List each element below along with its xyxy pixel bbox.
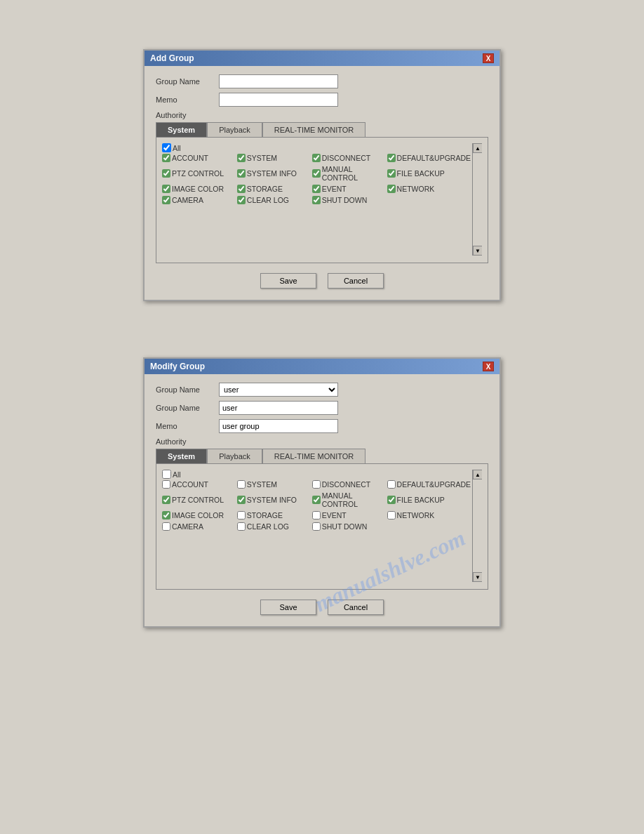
dialog2-disconnect-checkbox[interactable] [312,480,321,489]
dialog1-clearlog-checkbox[interactable] [237,196,246,204]
dialog1-storage-checkbox[interactable] [237,185,246,193]
dialog1-imagecolor-item: IMAGE COLOR [162,185,237,193]
dialog1-network-item: NETWORK [387,185,471,193]
dialog2-checkbox-grid: ACCOUNT SYSTEM DISCONNECT DEFAULT&UPGRAD… [162,480,482,531]
dialog1-manualcontrol-item: MANUAL CONTROL [312,165,387,182]
dialog2-tab-playback[interactable]: Playback [207,449,262,463]
dialog2-scroll-down[interactable]: ▼ [473,572,482,582]
dialog2-manualcontrol-label: MANUAL CONTROL [322,491,387,508]
dialog2-clearlog-checkbox[interactable] [237,522,246,531]
dialog1-storage-label: STORAGE [247,185,283,193]
dialog1-body: Group Name Memo Authority System Playbac… [145,66,499,300]
dialog1-scroll-area: All ACCOUNT SYSTEM [162,143,482,256]
dialog1-close-button[interactable]: X [483,53,494,63]
dialog1-systeminfo-checkbox[interactable] [237,169,246,178]
dialog1-camera-checkbox[interactable] [162,196,170,204]
dialog2-account-checkbox[interactable] [162,480,170,489]
dialog1-group-name-input[interactable] [219,74,338,88]
dialog2-manualcontrol-item: MANUAL CONTROL [312,491,387,508]
dialog2-shutdown-label: SHUT DOWN [322,522,368,531]
dialog2-filebackup-checkbox[interactable] [387,496,396,504]
dialog2-manualcontrol-checkbox[interactable] [312,496,321,504]
dialog1-manualcontrol-checkbox[interactable] [312,169,321,178]
dialog2-disconnect-item: DISCONNECT [312,480,387,489]
dialog1-scrollbar[interactable]: ▲ ▼ [472,143,482,256]
dialog1-system-item: SYSTEM [237,154,312,162]
dialog1-filebackup-item: FILE BACKUP [387,165,471,182]
dialog1-ptzcontrol-checkbox[interactable] [162,169,170,178]
dialog1-imagecolor-label: IMAGE COLOR [172,185,224,193]
dialog2-imagecolor-label: IMAGE COLOR [172,511,224,519]
dialog1-memo-row: Memo [156,93,488,107]
dialog2-group-name-input[interactable] [219,401,338,415]
dialog2-network-checkbox[interactable] [387,511,396,519]
dialog2-camera-label: CAMERA [172,522,203,531]
dialog1-account-label: ACCOUNT [172,154,208,162]
dialog1-tab-system[interactable]: System [156,122,207,137]
dialog1-shutdown-checkbox[interactable] [312,196,321,204]
dialog2-memo-label: Memo [156,422,219,430]
dialog2-camera-checkbox[interactable] [162,522,170,531]
dialog2-network-label: NETWORK [397,511,435,519]
dialog1-clearlog-label: CLEAR LOG [247,196,289,204]
dialog1-event-checkbox[interactable] [312,185,321,193]
dialog1-imagecolor-checkbox[interactable] [162,185,170,193]
dialog2-ptzcontrol-label: PTZ CONTROL [172,496,224,504]
dialog2-close-button[interactable]: X [483,362,494,371]
dialog1-ptzcontrol-item: PTZ CONTROL [162,165,237,182]
dialog2-defaultupgrade-label: DEFAULT&UPGRADE [397,480,471,489]
dialog1-cancel-button[interactable]: Cancel [328,273,384,289]
dialog2-tab-realtime[interactable]: REAL-TIME MONITOR [262,449,365,463]
dialog1-defaultupgrade-checkbox[interactable] [387,154,396,162]
dialog2-event-checkbox[interactable] [312,511,321,519]
dialog2-shutdown-checkbox[interactable] [312,522,321,531]
dialog2-clearlog-label: CLEAR LOG [247,522,289,531]
dialog1-system-checkbox[interactable] [237,154,246,162]
dialog2-memo-input[interactable] [219,419,338,433]
dialog2-filebackup-item: FILE BACKUP [387,491,471,508]
dialog1-scroll-down[interactable]: ▼ [473,246,482,256]
dialog2-imagecolor-item: IMAGE COLOR [162,511,237,519]
dialog1-all-label: All [173,144,181,152]
dialog2-scrollbar[interactable]: ▲ ▼ [472,470,482,582]
dialog2-group-name-select[interactable]: user [219,383,338,397]
dialog1-account-checkbox[interactable] [162,154,170,162]
dialog1-defaultupgrade-item: DEFAULT&UPGRADE [387,154,471,162]
dialog1-all-row: All [162,143,482,152]
dialog2-clearlog-item: CLEAR LOG [237,522,312,531]
dialog2-systeminfo-label: SYSTEM INFO [247,496,297,504]
dialog1-tabs: System Playback REAL-TIME MONITOR [156,122,488,137]
dialog2-all-row: All [162,470,482,479]
dialog1-tab-realtime[interactable]: REAL-TIME MONITOR [262,122,365,137]
dialog2-event-label: EVENT [322,511,347,519]
dialog1-event-item: EVENT [312,185,387,193]
dialog2-system-checkbox[interactable] [237,480,246,489]
dialog2-body: Group Name user Group Name Memo Authorit… [145,374,499,626]
dialog2-memo-row: Memo [156,419,488,433]
dialog2-empty4 [387,522,471,531]
dialog1-all-checkbox[interactable] [162,143,171,152]
dialog1-save-button[interactable]: Save [260,273,316,289]
dialog1-network-checkbox[interactable] [387,185,396,193]
dialog2-cancel-button[interactable]: Cancel [328,600,384,615]
dialog2-tab-system[interactable]: System [156,449,207,463]
dialog2-ptzcontrol-checkbox[interactable] [162,496,170,504]
dialog1-memo-input[interactable] [219,93,338,107]
dialog2-group-name-label: Group Name [156,404,219,412]
dialog2-defaultupgrade-checkbox[interactable] [387,480,396,489]
dialog2-save-button[interactable]: Save [260,600,316,615]
dialog1-filebackup-label: FILE BACKUP [397,169,445,178]
dialog2-storage-checkbox[interactable] [237,511,246,519]
dialog1-empty4 [387,196,471,204]
dialog2-storage-item: STORAGE [237,511,312,519]
dialog1-tab-playback[interactable]: Playback [207,122,262,137]
dialog1-filebackup-checkbox[interactable] [387,169,396,178]
dialog2-imagecolor-checkbox[interactable] [162,511,170,519]
dialog2-scroll-up[interactable]: ▲ [473,470,482,479]
dialog2-network-item: NETWORK [387,511,471,519]
dialog2-systeminfo-checkbox[interactable] [237,496,246,504]
dialog2-all-checkbox[interactable] [162,470,171,479]
dialog1-scroll-up[interactable]: ▲ [473,143,482,153]
dialog1-disconnect-checkbox[interactable] [312,154,321,162]
dialog2-camera-item: CAMERA [162,522,237,531]
